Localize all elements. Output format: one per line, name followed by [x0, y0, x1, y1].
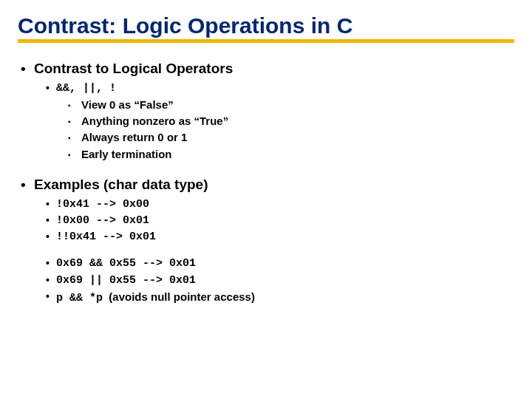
- slide: Contrast: Logic Operations in C • Contra…: [0, 0, 532, 399]
- example-text: 0x69 || 0x55 --> 0x01: [56, 273, 196, 288]
- bullet-square-icon: ▪: [68, 114, 81, 127]
- example-line: • p && *p (avoids null pointer access): [46, 290, 514, 306]
- example-line: • !0x00 --> 0x01: [46, 214, 514, 228]
- spacer: [21, 163, 514, 172]
- example-text: !!0x41 --> 0x01: [56, 230, 156, 245]
- property-line: ▪ View 0 as “False”: [68, 98, 514, 112]
- section-heading: • Contrast to Logical Operators: [21, 59, 514, 78]
- example-text: !0x00 --> 0x01: [56, 214, 149, 228]
- slide-title: Contrast: Logic Operations in C: [18, 13, 357, 38]
- bullet-square-icon: ▪: [68, 98, 81, 111]
- property-line: ▪ Anything nonzero as “True”: [68, 114, 514, 129]
- bullet-dot-icon: •: [46, 81, 56, 95]
- operators-text: &&, ||, !: [56, 81, 116, 96]
- spacer: [21, 246, 514, 255]
- property-text: Anything nonzero as “True”: [81, 114, 228, 129]
- section-heading: • Examples (char data type): [21, 175, 514, 194]
- bullet-dot-icon: •: [46, 256, 56, 270]
- example-line: • !0x41 --> 0x00: [46, 197, 514, 212]
- bullet-dot-icon: •: [46, 197, 56, 211]
- bullet-dot-icon: •: [46, 290, 56, 304]
- example-text: !0x41 --> 0x00: [56, 197, 149, 212]
- bullet-dot-icon: •: [21, 175, 34, 194]
- property-line: ▪ Always return 0 or 1: [68, 130, 514, 145]
- title-wrap: Contrast: Logic Operations in C: [18, 13, 514, 43]
- example-text: 0x69 && 0x55 --> 0x01: [56, 256, 196, 271]
- example-line: • !!0x41 --> 0x01: [46, 230, 514, 245]
- example-code: p && *p: [56, 292, 103, 304]
- property-text: Always return 0 or 1: [81, 130, 187, 145]
- bullet-dot-icon: •: [46, 230, 56, 244]
- section-heading-text: Examples (char data type): [34, 175, 208, 194]
- slide-body: • Contrast to Logical Operators • &&, ||…: [18, 43, 514, 306]
- bullet-dot-icon: •: [46, 273, 56, 287]
- bullet-dot-icon: •: [21, 59, 34, 78]
- example-line: • 0x69 && 0x55 --> 0x01: [46, 256, 514, 271]
- bullet-square-icon: ▪: [68, 147, 81, 160]
- example-line: • 0x69 || 0x55 --> 0x01: [46, 273, 514, 288]
- bullet-dot-icon: •: [46, 214, 56, 228]
- example-note: (avoids null pointer access): [103, 290, 255, 303]
- operators-line: • &&, ||, !: [46, 81, 514, 96]
- property-text: View 0 as “False”: [81, 98, 174, 112]
- title-underline: [18, 39, 514, 43]
- bullet-square-icon: ▪: [68, 130, 81, 143]
- section-heading-text: Contrast to Logical Operators: [34, 59, 233, 78]
- property-text: Early termination: [81, 147, 172, 162]
- property-line: ▪ Early termination: [68, 147, 514, 162]
